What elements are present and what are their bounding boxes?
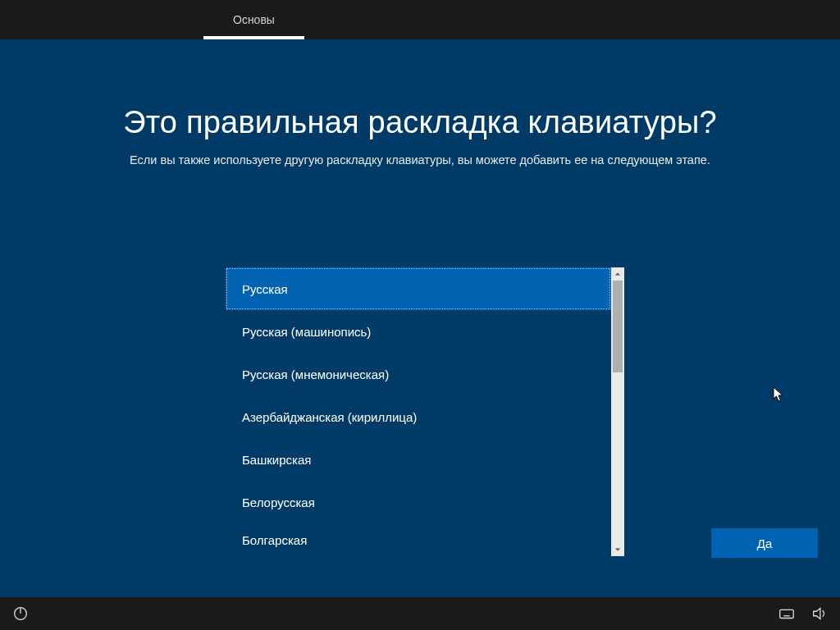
main-content: Это правильная раскладка клавиатуры? Есл… xyxy=(0,39,840,597)
svg-rect-2 xyxy=(780,609,794,618)
tab-label: Основы xyxy=(233,13,275,26)
list-item[interactable]: Белорусская xyxy=(226,481,611,523)
top-bar: Основы xyxy=(0,0,840,39)
confirm-button[interactable]: Да xyxy=(711,528,818,558)
page-subtitle: Если вы также используете другую расклад… xyxy=(0,153,840,167)
page-title: Это правильная раскладка клавиатуры? xyxy=(0,105,840,140)
volume-icon[interactable] xyxy=(810,605,829,623)
list-item[interactable]: Башкирская xyxy=(226,438,611,481)
chevron-up-icon xyxy=(614,271,621,277)
bottom-bar xyxy=(0,597,840,630)
list-item-label: Болгарская xyxy=(242,533,307,547)
list-item[interactable]: Русская (машинопись) xyxy=(226,310,611,353)
keyboard-icon[interactable] xyxy=(778,605,796,623)
list-item[interactable]: Русская xyxy=(226,267,611,310)
list-item[interactable]: Болгарская xyxy=(226,523,611,556)
list-item-label: Русская (мнемоническая) xyxy=(242,368,389,381)
scrollbar[interactable] xyxy=(611,267,624,556)
tab-basics[interactable]: Основы xyxy=(203,0,304,39)
scroll-track[interactable] xyxy=(611,281,624,543)
list-item-label: Русская xyxy=(242,282,288,296)
scroll-thumb[interactable] xyxy=(613,281,623,372)
mouse-cursor-icon xyxy=(773,386,784,403)
scroll-down-button[interactable] xyxy=(611,543,624,556)
list-item-label: Белорусская xyxy=(242,495,315,509)
list-item[interactable]: Русская (мнемоническая) xyxy=(226,353,611,395)
chevron-down-icon xyxy=(614,546,621,553)
scroll-up-button[interactable] xyxy=(611,267,624,281)
power-icon[interactable] xyxy=(11,605,30,623)
list-item-label: Азербайджанская (кириллица) xyxy=(242,410,417,424)
list-item[interactable]: Азербайджанская (кириллица) xyxy=(226,395,611,438)
list-item-label: Русская (машинопись) xyxy=(242,325,371,339)
keyboard-layout-list: Русская Русская (машинопись) Русская (мн… xyxy=(226,267,624,556)
list-item-label: Башкирская xyxy=(242,453,311,467)
list-items: Русская Русская (машинопись) Русская (мн… xyxy=(226,267,611,556)
